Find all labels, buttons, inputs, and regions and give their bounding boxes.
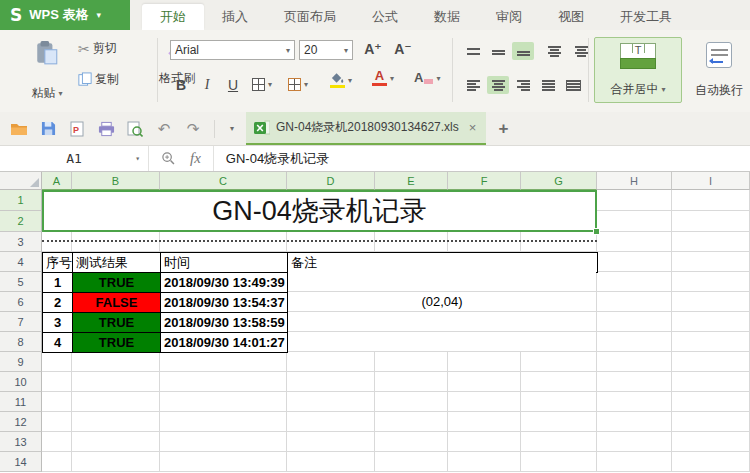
row-header-5[interactable]: 5 — [0, 272, 42, 292]
tab-page-layout[interactable]: 页面布局 — [266, 4, 354, 30]
name-box[interactable]: A1 ▾ — [0, 146, 149, 171]
row-header-13[interactable]: 13 — [0, 432, 42, 452]
table-header-remark[interactable]: 备注 — [287, 252, 598, 273]
column-header-H[interactable]: H — [597, 172, 672, 190]
align-right-button[interactable] — [512, 76, 534, 94]
insert-function-button[interactable]: fx — [190, 150, 201, 167]
row-header-1[interactable]: 1 — [0, 190, 42, 211]
customize-toolbar-button[interactable]: ▾ — [226, 119, 238, 139]
fill-color-button[interactable]: ▾ — [330, 72, 352, 88]
justify-button[interactable] — [537, 76, 559, 94]
row-header-2[interactable]: 2 — [0, 211, 42, 232]
formula-input[interactable]: GN-04烧录机记录 — [214, 150, 329, 168]
column-header-B[interactable]: B — [72, 172, 160, 190]
row-header-7[interactable]: 7 — [0, 312, 42, 332]
table-cell-result[interactable]: FALSE — [72, 292, 161, 313]
table-cell-time[interactable]: 2018/09/30 13:49:39 — [160, 272, 288, 293]
save-button[interactable] — [38, 119, 58, 139]
document-tab[interactable]: GN-04烧录机20180930134627.xls × — [246, 112, 486, 145]
row-header-8[interactable]: 8 — [0, 332, 42, 352]
table-cell-result[interactable]: TRUE — [72, 312, 161, 333]
font-color-button[interactable]: A ▾ — [372, 70, 394, 86]
column-header-I[interactable]: I — [672, 172, 750, 190]
export-pdf-button[interactable]: P — [67, 119, 87, 139]
table-cell-index[interactable]: 4 — [42, 332, 73, 353]
row-header-10[interactable]: 10 — [0, 372, 42, 392]
italic-button[interactable]: I — [196, 74, 218, 96]
tab-view[interactable]: 视图 — [540, 4, 602, 30]
redo-button[interactable]: ↷ — [183, 119, 203, 139]
merged-title-cell[interactable]: GN-04烧录机记录 — [42, 190, 597, 232]
cut-button[interactable]: ✂ 剪切 — [78, 40, 119, 57]
column-header-D[interactable]: D — [287, 172, 375, 190]
column-header-A[interactable]: A — [42, 172, 72, 190]
align-top-button[interactable] — [462, 42, 484, 60]
align-left-button[interactable] — [462, 76, 484, 94]
table-cell-index[interactable]: 3 — [42, 312, 73, 333]
table-cell-time[interactable]: 2018/09/30 14:01:27 — [160, 332, 288, 353]
tab-data[interactable]: 数据 — [416, 4, 478, 30]
new-tab-button[interactable]: + — [498, 119, 508, 139]
table-header-result[interactable]: 测试结果 — [72, 252, 161, 273]
column-header-E[interactable]: E — [375, 172, 448, 190]
tab-insert[interactable]: 插入 — [204, 4, 266, 30]
table-cell-time[interactable]: 2018/09/30 13:58:59 — [160, 312, 288, 333]
wrap-text-button[interactable]: 自动换行 — [690, 37, 748, 103]
align-center-button[interactable] — [487, 76, 509, 94]
row-header-4[interactable]: 4 — [0, 252, 42, 272]
row-header-6[interactable]: 6 — [0, 292, 42, 312]
table-cell-index[interactable]: 2 — [42, 292, 73, 313]
tab-formulas[interactable]: 公式 — [354, 4, 416, 30]
row-header-11[interactable]: 11 — [0, 392, 42, 412]
tab-home[interactable]: 开始 — [142, 4, 204, 30]
close-icon[interactable]: × — [469, 120, 477, 135]
column-header-G[interactable]: G — [521, 172, 597, 190]
cells-grid[interactable]: GN-04烧录机记录 序号 测试结果 时间 备注 1 TRUE 2018/09/… — [42, 190, 750, 473]
table-header-time[interactable]: 时间 — [160, 252, 288, 273]
decrease-indent-button[interactable] — [543, 42, 565, 60]
table-cell-remark[interactable] — [288, 332, 596, 352]
column-header-C[interactable]: C — [160, 172, 287, 190]
table-cell-remark[interactable]: (02,04) — [288, 292, 596, 312]
merge-center-button[interactable]: 合并居中▾ — [594, 37, 682, 103]
borders-button[interactable]: ▾ — [252, 78, 272, 91]
table-cell-remark[interactable] — [288, 272, 596, 292]
shrink-font-button[interactable]: A⁻ — [390, 38, 416, 60]
open-file-button[interactable] — [9, 119, 29, 139]
table-cell-result[interactable]: TRUE — [72, 272, 161, 293]
copy-button[interactable]: 复制 — [78, 71, 119, 88]
paste-button[interactable]: 粘贴▾ — [14, 38, 80, 104]
font-name-select[interactable]: Arial▾ — [170, 40, 295, 60]
print-button[interactable] — [96, 119, 116, 139]
grow-font-button[interactable]: A⁺ — [360, 38, 386, 60]
underline-button[interactable]: U — [222, 74, 244, 96]
chevron-down-icon[interactable]: ▾ — [58, 89, 62, 98]
row-header-14[interactable]: 14 — [0, 452, 42, 472]
clear-format-button[interactable]: A ▾ — [414, 72, 440, 84]
align-bottom-button[interactable] — [512, 42, 534, 60]
undo-button[interactable]: ↶ — [154, 119, 174, 139]
table-cell-index[interactable]: 1 — [42, 272, 73, 293]
selection-fill-handle[interactable] — [593, 228, 600, 235]
distributed-button[interactable] — [562, 76, 584, 94]
tab-dev-tools[interactable]: 开发工具 — [602, 4, 690, 30]
draw-border-button[interactable]: ▾ — [288, 78, 308, 91]
wps-menu-button[interactable]: S WPS 表格 ▾ — [0, 0, 130, 30]
table-cell-remark[interactable] — [288, 312, 596, 332]
table-cell-time[interactable]: 2018/09/30 13:54:37 — [160, 292, 288, 313]
table-header-index[interactable]: 序号 — [42, 252, 73, 273]
tab-review[interactable]: 审阅 — [478, 4, 540, 30]
row-header-3[interactable]: 3 — [0, 232, 42, 252]
bold-button[interactable]: B — [170, 74, 192, 96]
row-header-9[interactable]: 9 — [0, 352, 42, 372]
table-cell-result[interactable]: TRUE — [72, 332, 161, 353]
chevron-down-icon[interactable]: ▾ — [135, 154, 140, 163]
print-preview-button[interactable] — [125, 119, 145, 139]
align-middle-button[interactable] — [487, 42, 509, 60]
select-all-corner[interactable] — [0, 172, 42, 190]
zoom-magnifier-icon[interactable] — [161, 151, 176, 166]
column-header-F[interactable]: F — [448, 172, 521, 190]
chevron-down-icon[interactable]: ▾ — [96, 10, 101, 20]
font-size-select[interactable]: 20▾ — [299, 40, 353, 60]
row-header-12[interactable]: 12 — [0, 412, 42, 432]
